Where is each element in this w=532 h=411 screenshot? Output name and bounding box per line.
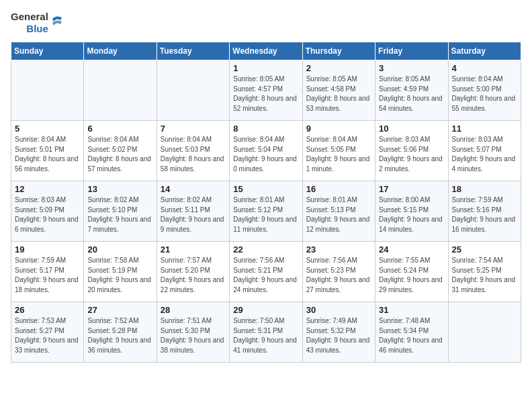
calendar-cell: 27Sunrise: 7:52 AM Sunset: 5:28 PM Dayli… [84, 302, 157, 363]
day-number: 18 [452, 184, 517, 194]
calendar-cell [84, 60, 157, 121]
day-detail: Sunrise: 7:54 AM Sunset: 5:25 PM Dayligh… [452, 256, 517, 295]
calendar-cell: 9Sunrise: 8:04 AM Sunset: 5:05 PM Daylig… [302, 121, 375, 181]
weekday-header-tuesday: Tuesday [157, 42, 229, 60]
calendar-cell: 12Sunrise: 8:03 AM Sunset: 5:09 PM Dayli… [11, 181, 84, 242]
logo-general: General [11, 11, 48, 23]
logo-wave-icon [50, 13, 64, 32]
calendar-cell: 16Sunrise: 8:01 AM Sunset: 5:13 PM Dayli… [302, 181, 375, 242]
calendar-cell: 26Sunrise: 7:53 AM Sunset: 5:27 PM Dayli… [11, 302, 84, 363]
day-number: 24 [379, 244, 444, 255]
day-number: 1 [233, 63, 298, 73]
day-number: 31 [379, 305, 444, 315]
calendar-table: SundayMondayTuesdayWednesdayThursdayFrid… [11, 42, 521, 363]
calendar-week-3: 12Sunrise: 8:03 AM Sunset: 5:09 PM Dayli… [11, 181, 521, 242]
day-detail: Sunrise: 7:53 AM Sunset: 5:27 PM Dayligh… [15, 316, 80, 355]
day-detail: Sunrise: 8:05 AM Sunset: 4:58 PM Dayligh… [306, 75, 371, 113]
calendar-cell: 13Sunrise: 8:02 AM Sunset: 5:10 PM Dayli… [84, 181, 157, 242]
calendar-cell: 7Sunrise: 8:04 AM Sunset: 5:03 PM Daylig… [157, 121, 229, 181]
day-detail: Sunrise: 7:56 AM Sunset: 5:21 PM Dayligh… [233, 256, 298, 295]
logo-blue: Blue [26, 23, 48, 35]
calendar-cell: 6Sunrise: 8:04 AM Sunset: 5:02 PM Daylig… [84, 121, 157, 181]
calendar-cell: 2Sunrise: 8:05 AM Sunset: 4:58 PM Daylig… [302, 60, 375, 121]
day-number: 25 [452, 244, 517, 255]
calendar-cell [448, 302, 521, 363]
calendar-cell: 18Sunrise: 7:59 AM Sunset: 5:16 PM Dayli… [448, 181, 521, 242]
day-detail: Sunrise: 8:04 AM Sunset: 5:00 PM Dayligh… [452, 75, 517, 113]
day-detail: Sunrise: 7:59 AM Sunset: 5:17 PM Dayligh… [15, 256, 80, 295]
day-detail: Sunrise: 8:04 AM Sunset: 5:02 PM Dayligh… [87, 135, 152, 174]
day-detail: Sunrise: 8:02 AM Sunset: 5:11 PM Dayligh… [161, 195, 226, 234]
day-number: 28 [161, 305, 226, 315]
day-detail: Sunrise: 8:04 AM Sunset: 5:01 PM Dayligh… [15, 135, 80, 174]
day-number: 15 [233, 184, 298, 194]
calendar-cell: 19Sunrise: 7:59 AM Sunset: 5:17 PM Dayli… [11, 242, 84, 302]
day-number: 14 [161, 184, 226, 194]
weekday-header-saturday: Saturday [448, 42, 521, 60]
day-number: 26 [15, 305, 80, 315]
day-detail: Sunrise: 7:50 AM Sunset: 5:31 PM Dayligh… [233, 316, 298, 355]
calendar-cell: 24Sunrise: 7:55 AM Sunset: 5:24 PM Dayli… [375, 242, 448, 302]
day-detail: Sunrise: 8:04 AM Sunset: 5:04 PM Dayligh… [233, 135, 298, 174]
day-detail: Sunrise: 7:52 AM Sunset: 5:28 PM Dayligh… [87, 316, 152, 355]
header: General Blue [11, 11, 521, 35]
calendar-cell: 3Sunrise: 8:05 AM Sunset: 4:59 PM Daylig… [375, 60, 448, 121]
day-number: 23 [306, 244, 371, 255]
day-detail: Sunrise: 7:49 AM Sunset: 5:32 PM Dayligh… [306, 316, 371, 355]
calendar-cell: 22Sunrise: 7:56 AM Sunset: 5:21 PM Dayli… [230, 242, 302, 302]
calendar-week-2: 5Sunrise: 8:04 AM Sunset: 5:01 PM Daylig… [11, 121, 521, 181]
day-number: 30 [306, 305, 371, 315]
day-detail: Sunrise: 7:59 AM Sunset: 5:16 PM Dayligh… [452, 195, 517, 234]
day-number: 5 [15, 124, 80, 134]
calendar-cell: 30Sunrise: 7:49 AM Sunset: 5:32 PM Dayli… [302, 302, 375, 363]
day-detail: Sunrise: 8:02 AM Sunset: 5:10 PM Dayligh… [87, 195, 152, 234]
calendar-cell: 17Sunrise: 8:00 AM Sunset: 5:15 PM Dayli… [375, 181, 448, 242]
weekday-header-row: SundayMondayTuesdayWednesdayThursdayFrid… [11, 42, 521, 60]
weekday-header-monday: Monday [84, 42, 157, 60]
calendar-cell: 28Sunrise: 7:51 AM Sunset: 5:30 PM Dayli… [157, 302, 229, 363]
calendar-cell: 4Sunrise: 8:04 AM Sunset: 5:00 PM Daylig… [448, 60, 521, 121]
day-number: 8 [233, 124, 298, 134]
calendar-cell [157, 60, 229, 121]
calendar-cell [11, 60, 84, 121]
day-number: 17 [379, 184, 444, 194]
day-detail: Sunrise: 8:03 AM Sunset: 5:09 PM Dayligh… [15, 195, 80, 234]
day-number: 21 [161, 244, 226, 255]
day-detail: Sunrise: 8:04 AM Sunset: 5:05 PM Dayligh… [306, 135, 371, 174]
calendar-cell: 20Sunrise: 7:58 AM Sunset: 5:19 PM Dayli… [84, 242, 157, 302]
calendar-cell: 23Sunrise: 7:56 AM Sunset: 5:23 PM Dayli… [302, 242, 375, 302]
calendar-cell: 5Sunrise: 8:04 AM Sunset: 5:01 PM Daylig… [11, 121, 84, 181]
day-detail: Sunrise: 7:51 AM Sunset: 5:30 PM Dayligh… [161, 316, 226, 355]
calendar-cell: 29Sunrise: 7:50 AM Sunset: 5:31 PM Dayli… [230, 302, 302, 363]
day-detail: Sunrise: 7:48 AM Sunset: 5:34 PM Dayligh… [379, 316, 444, 355]
day-detail: Sunrise: 8:01 AM Sunset: 5:12 PM Dayligh… [233, 195, 298, 234]
day-detail: Sunrise: 8:05 AM Sunset: 4:59 PM Dayligh… [379, 75, 444, 113]
day-number: 20 [87, 244, 152, 255]
day-number: 29 [233, 305, 298, 315]
day-detail: Sunrise: 7:58 AM Sunset: 5:19 PM Dayligh… [87, 256, 152, 295]
calendar-cell: 1Sunrise: 8:05 AM Sunset: 4:57 PM Daylig… [230, 60, 302, 121]
calendar-cell: 8Sunrise: 8:04 AM Sunset: 5:04 PM Daylig… [230, 121, 302, 181]
weekday-header-thursday: Thursday [302, 42, 375, 60]
day-number: 6 [87, 124, 152, 134]
day-number: 16 [306, 184, 371, 194]
day-detail: Sunrise: 8:04 AM Sunset: 5:03 PM Dayligh… [161, 135, 226, 174]
day-detail: Sunrise: 8:01 AM Sunset: 5:13 PM Dayligh… [306, 195, 371, 234]
calendar-cell: 11Sunrise: 8:03 AM Sunset: 5:07 PM Dayli… [448, 121, 521, 181]
day-detail: Sunrise: 8:03 AM Sunset: 5:06 PM Dayligh… [379, 135, 444, 174]
logo: General Blue [11, 11, 64, 35]
day-detail: Sunrise: 7:56 AM Sunset: 5:23 PM Dayligh… [306, 256, 371, 295]
calendar-cell: 25Sunrise: 7:54 AM Sunset: 5:25 PM Dayli… [448, 242, 521, 302]
day-detail: Sunrise: 7:57 AM Sunset: 5:20 PM Dayligh… [161, 256, 226, 295]
weekday-header-friday: Friday [375, 42, 448, 60]
logo-container: General Blue [11, 11, 64, 35]
day-detail: Sunrise: 7:55 AM Sunset: 5:24 PM Dayligh… [379, 256, 444, 295]
day-number: 11 [452, 124, 517, 134]
calendar-week-4: 19Sunrise: 7:59 AM Sunset: 5:17 PM Dayli… [11, 242, 521, 302]
calendar-week-1: 1Sunrise: 8:05 AM Sunset: 4:57 PM Daylig… [11, 60, 521, 121]
day-detail: Sunrise: 8:05 AM Sunset: 4:57 PM Dayligh… [233, 75, 298, 113]
day-number: 13 [87, 184, 152, 194]
calendar-week-5: 26Sunrise: 7:53 AM Sunset: 5:27 PM Dayli… [11, 302, 521, 363]
day-number: 12 [15, 184, 80, 194]
calendar-cell: 15Sunrise: 8:01 AM Sunset: 5:12 PM Dayli… [230, 181, 302, 242]
